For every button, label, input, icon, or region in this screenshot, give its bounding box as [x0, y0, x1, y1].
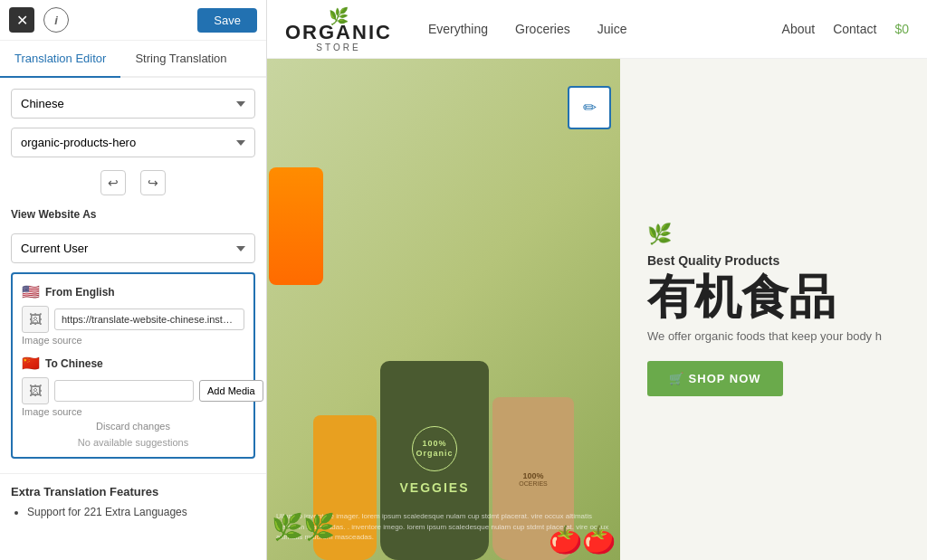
no-suggestions-text: No available suggestions	[22, 437, 244, 448]
extra-features-section: Extra Translation Features Support for 2…	[0, 473, 266, 529]
shop-now-button[interactable]: 🛒 SHOP NOW	[647, 361, 783, 396]
to-image-thumb: 🖼	[22, 377, 49, 404]
nav-link-juice[interactable]: Juice	[597, 22, 627, 36]
nav-links: Everything Groceries Juice	[428, 22, 782, 36]
translation-box: 🇺🇸 From English 🖼 Image source 🇨🇳 To Chi…	[11, 272, 255, 459]
logo-sub: STORE	[316, 43, 360, 52]
close-button[interactable]: ✕	[9, 7, 34, 33]
from-lang-row: 🇺🇸 From English	[22, 283, 244, 300]
to-url-input[interactable]	[54, 380, 194, 402]
hero-section: 100%Organic VEGGIES 100% OCERIES Ullamco…	[267, 59, 927, 560]
juice-bottle	[269, 167, 323, 285]
herb-decoration: 🌿🌿	[272, 512, 335, 542]
hero-right: 🌿 Best Quality Products 有机食品 We offer or…	[620, 59, 927, 560]
nav-price: $0	[894, 22, 909, 36]
info-button[interactable]: i	[43, 7, 69, 33]
nav-link-groceries[interactable]: Groceries	[515, 22, 570, 36]
hero-title-chinese: 有机食品	[647, 273, 900, 320]
chinese-flag: 🇨🇳	[22, 355, 40, 372]
view-website-as-label: View Website As	[11, 208, 255, 221]
nav-arrows: ↩ ↪	[11, 166, 255, 199]
nav-link-about[interactable]: About	[782, 22, 816, 36]
from-image-thumb: 🖼	[22, 306, 49, 333]
to-lang-label: To Chinese	[45, 357, 103, 370]
tab-string-translation[interactable]: String Translation	[120, 41, 241, 78]
view-as-dropdown[interactable]: Current User Guest Admin	[11, 233, 255, 263]
to-image-source-label: Image source	[22, 406, 244, 417]
nav-link-everything[interactable]: Everything	[428, 22, 488, 36]
logo-text: ORGANIC	[285, 23, 392, 43]
edit-overlay-button[interactable]: ✏	[568, 86, 611, 129]
hero-subtitle: Best Quality Products	[647, 253, 900, 268]
section-dropdown[interactable]: organic-products-hero header footer	[11, 128, 255, 157]
next-arrow[interactable]: ↪	[140, 170, 166, 195]
to-lang-row: 🇨🇳 To Chinese	[22, 355, 244, 372]
english-flag: 🇺🇸	[22, 283, 40, 300]
left-panel: ✕ i Save Translation Editor String Trans…	[0, 0, 267, 560]
nav-right: About Contact $0	[782, 22, 909, 36]
to-image-row: 🖼 Add Media	[22, 377, 244, 404]
panel-body: Chinese Spanish French German organic-pr…	[0, 78, 266, 473]
hero-description: We offer organic foods that keep your bo…	[647, 329, 900, 343]
top-bar: ✕ i Save	[0, 0, 266, 41]
extra-feature-item: Support for 221 Extra Languages	[27, 506, 255, 518]
hero-background: 100%Organic VEGGIES 100% OCERIES Ullamco…	[267, 59, 620, 560]
hero-left: 100%Organic VEGGIES 100% OCERIES Ullamco…	[267, 59, 620, 560]
site-nav: 🌿 ORGANIC STORE Everything Groceries Jui…	[267, 0, 927, 59]
prev-arrow[interactable]: ↩	[100, 170, 126, 195]
save-button[interactable]: Save	[197, 8, 257, 33]
bag-circle: 100%Organic	[412, 426, 457, 471]
site-logo: 🌿 ORGANIC STORE	[285, 6, 392, 52]
edit-pencil-icon: ✏	[583, 98, 597, 118]
tabs: Translation Editor String Translation	[0, 41, 266, 78]
extra-features-title: Extra Translation Features	[11, 485, 255, 498]
language-dropdown[interactable]: Chinese Spanish French German	[11, 89, 255, 119]
tab-translation-editor[interactable]: Translation Editor	[0, 41, 120, 78]
from-url-input[interactable]	[54, 308, 244, 330]
from-lang-label: From English	[45, 286, 115, 299]
discard-changes-link[interactable]: Discard changes	[22, 421, 244, 432]
extra-features-list: Support for 221 Extra Languages	[11, 506, 255, 518]
hero-leaf-decoration: 🌿	[647, 223, 900, 246]
tomato-decoration: 🍅🍅	[549, 524, 616, 555]
from-image-row: 🖼	[22, 306, 244, 333]
from-image-source-label: Image source	[22, 335, 244, 346]
right-panel: 🌿 ORGANIC STORE Everything Groceries Jui…	[267, 0, 927, 560]
add-media-button[interactable]: Add Media	[199, 380, 263, 402]
nav-link-contact[interactable]: Contact	[833, 22, 876, 36]
bag-center-label: VEGGIES	[399, 480, 469, 495]
